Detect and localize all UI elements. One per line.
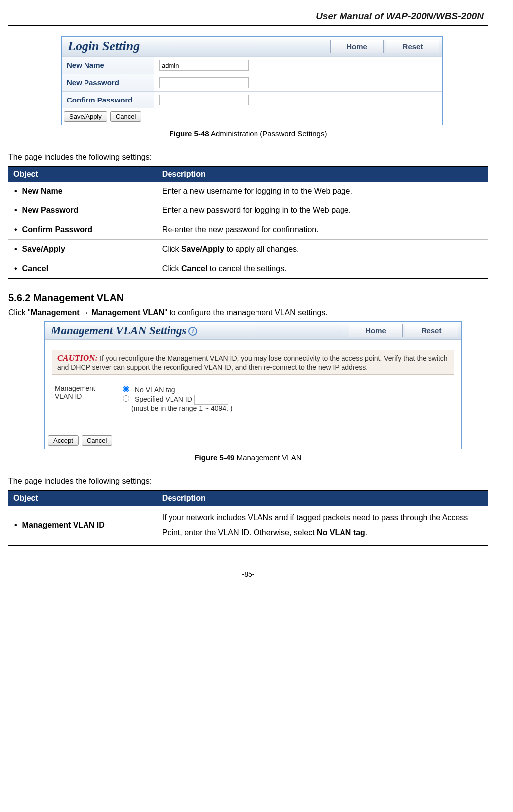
new-name-label: New Name [62,57,154,74]
lead-text-1: The page includes the following settings… [8,153,488,162]
lead-text-2: The page includes the following settings… [8,477,488,486]
figure-548-caption: Figure 5-48 Administration (Password Set… [8,129,488,138]
desc-new-name: Enter a new username for logging in to t… [157,182,488,201]
figure-549-text: Management VLAN [234,453,301,462]
obj-cancel: Cancel [8,259,157,280]
manual-header: User Manual of WAP-200N/WBS-200N [8,9,488,26]
vlan-id-label: Management VLAN ID [52,382,117,414]
reset-button[interactable]: Reset [386,40,439,53]
caution-label: CAUTION: [57,353,98,363]
figure-login-title: Login Setting [68,39,328,54]
confirm-password-label: Confirm Password [62,92,154,108]
specified-vlan-radio[interactable] [123,395,129,402]
obj-new-name: New Name [8,182,157,201]
desc-save-apply: Click Save/Apply to apply all changes. [157,240,488,259]
figure-login-header: Login Setting Home Reset [62,37,442,56]
save-apply-button[interactable]: Save/Apply [64,111,107,122]
page-number: -85- [8,570,488,578]
obj-new-password: New Password [8,201,157,220]
confirm-password-input[interactable] [159,95,249,105]
table-vlan-settings: Object Description Management VLAN ID If… [8,489,488,548]
new-password-label: New Password [62,74,154,91]
figure-vlan-header: Management VLAN Settingsi Home Reset [45,322,461,340]
vlan-range-note: (must be in the range 1 ~ 4094. ) [120,405,233,412]
no-vlan-tag-label: No VLAN tag [135,386,175,394]
figure-vlan-title: Management VLAN Settingsi [51,324,347,337]
th-description: Description [157,166,488,182]
th-object-2: Object [8,490,157,506]
desc-cancel: Click Cancel to cancel the settings. [157,259,488,280]
obj-mgmt-vlan-id: Management VLAN ID [8,506,157,547]
cancel-button[interactable]: Cancel [110,111,141,122]
new-name-input[interactable] [159,60,249,71]
vlan-home-button[interactable]: Home [349,324,403,337]
desc-confirm-password: Re-enter the new password for confirmati… [157,220,488,240]
click-management-line: Click "Management → Management VLAN" to … [8,308,488,317]
figure-vlan-settings: Management VLAN Settingsi Home Reset CAU… [44,321,462,449]
vlan-cancel-button[interactable]: Cancel [82,435,112,446]
specified-vlan-input[interactable] [194,395,228,405]
section-562-heading: 5.6.2 Management VLAN [8,292,488,304]
th-object: Object [8,166,157,182]
no-vlan-tag-radio[interactable] [123,386,129,392]
figure-login-setting: Login Setting Home Reset New Name New Pa… [61,36,443,125]
figure-549-num: Figure 5-49 [194,453,234,462]
obj-confirm-password: Confirm Password [8,220,157,240]
vlan-reset-button[interactable]: Reset [405,324,458,337]
figure-548-num: Figure 5-48 [170,129,209,138]
table-login-settings: Object Description New Name Enter a new … [8,165,488,280]
new-password-input[interactable] [159,77,249,88]
th-description-2: Description [157,490,488,506]
figure-548-text: Administration (Password Settings) [209,129,327,138]
specified-vlan-label: Specified VLAN ID [135,395,192,403]
home-button[interactable]: Home [330,40,384,53]
caution-text: If you reconfigure the Management VLAN I… [57,354,448,371]
figure-549-caption: Figure 5-49 Management VLAN [8,453,488,462]
desc-new-password: Enter a new password for logging in to t… [157,201,488,220]
caution-box: CAUTION: If you reconfigure the Manageme… [52,350,454,375]
accept-button[interactable]: Accept [48,435,79,446]
desc-mgmt-vlan-id: If your network includes VLANs and if ta… [157,506,488,547]
info-icon: i [188,327,197,336]
obj-save-apply: Save/Apply [8,240,157,259]
